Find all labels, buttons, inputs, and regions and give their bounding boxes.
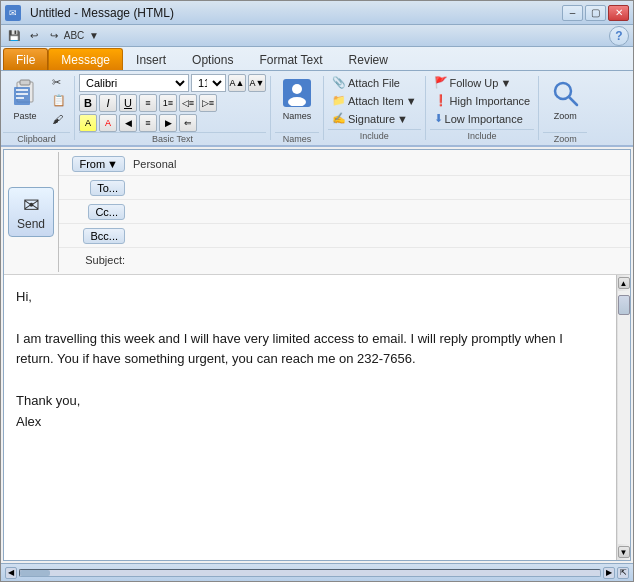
svg-rect-4 [16,93,28,95]
cc-input[interactable] [129,202,630,222]
increase-font-btn[interactable]: A▲ [228,74,246,92]
send-button[interactable]: ✉ Send [8,187,54,237]
svg-point-7 [292,84,302,94]
email-body-text[interactable]: Hi, I am travelling this week and I will… [16,287,604,433]
tab-file[interactable]: File [3,48,48,70]
scrollbar[interactable]: ▲ ▼ [616,275,630,560]
tab-review[interactable]: Review [336,48,401,70]
follow-up-dropdown-icon: ▼ [500,77,511,89]
minimize-button[interactable]: – [562,5,583,21]
paste-button[interactable]: Paste [3,74,47,132]
include-content: 📎 Attach File 📁 Attach Item ▼ ✍ Signatur… [328,74,421,129]
attach-item-button[interactable]: 📁 Attach Item ▼ [328,92,421,109]
font-size-select[interactable]: 11 [191,74,226,92]
svg-line-10 [569,97,577,105]
from-label: From [79,158,105,170]
ribbon-content: Paste ✂ 📋 🖌 Clipboard [1,71,633,147]
scroll-right-btn[interactable]: ▶ [603,567,615,579]
svg-rect-3 [16,89,28,91]
low-importance-button[interactable]: ⬇ Low Importance [430,110,535,127]
bcc-button[interactable]: Bcc... [83,228,125,244]
h-scroll-thumb[interactable] [20,570,50,576]
highlight-button[interactable]: A [79,114,97,132]
save-quick-btn[interactable]: 💾 [5,27,23,45]
rtl-button[interactable]: ⇐ [179,114,197,132]
to-label-area: To... [59,180,129,196]
zoom-group-label: Zoom [543,132,587,145]
signature-button[interactable]: ✍ Signature ▼ [328,110,421,127]
close-button[interactable]: ✕ [608,5,629,21]
decrease-indent-button[interactable]: ◁≡ [179,94,197,112]
high-importance-icon: ❗ [434,94,448,107]
from-button[interactable]: From ▼ [72,156,125,172]
attach-item-label: Attach Item [348,95,404,107]
follow-up-icon: 🚩 [434,76,448,89]
send-button-area: ✉ Send [4,152,59,272]
cc-button[interactable]: Cc... [88,204,125,220]
scroll-thumb[interactable] [618,295,630,315]
font-selector-row: Calibri 11 A▲ A▼ [79,74,266,92]
horizontal-scrollbar[interactable] [19,569,601,577]
bcc-input[interactable] [129,226,630,246]
attach-file-button[interactable]: 📎 Attach File [328,74,421,91]
header-fields: From ▼ Personal To... [59,152,630,272]
zoom-icon [549,77,581,109]
tab-insert[interactable]: Insert [123,48,179,70]
basic-text-group: Calibri 11 A▲ A▼ B I U ≡ 1≡ ◁ [79,74,266,142]
maximize-button[interactable]: ▢ [585,5,606,21]
scroll-track [618,291,630,544]
underline-button[interactable]: U [119,94,137,112]
resize-btn[interactable]: ⇱ [617,567,629,579]
help-button[interactable]: ? [609,26,629,46]
font-family-select[interactable]: Calibri [79,74,189,92]
cut-button[interactable]: ✂ [48,74,70,91]
scroll-up-btn[interactable]: ▲ [618,277,630,289]
subject-input[interactable] [129,250,630,270]
signature-icon: ✍ [332,112,346,125]
undo-quick-btn[interactable]: ↩ [25,27,43,45]
to-button[interactable]: To... [90,180,125,196]
low-importance-label: Low Importance [445,113,523,125]
zoom-button[interactable]: Zoom [543,74,587,132]
names-group: Names Names [275,74,319,142]
tab-options[interactable]: Options [179,48,246,70]
attach-item-icon: 📁 [332,94,346,107]
scroll-down-btn[interactable]: ▼ [618,546,630,558]
align-right-button[interactable]: ▶ [159,114,177,132]
tab-format-text[interactable]: Format Text [246,48,335,70]
bullets-button[interactable]: ≡ [139,94,157,112]
format-painter-button[interactable]: 🖌 [48,110,70,127]
clipboard-small-btns: ✂ 📋 🖌 [48,74,70,132]
cc-row: Cc... [59,200,630,224]
numbering-button[interactable]: 1≡ [159,94,177,112]
names-button[interactable]: Names [275,74,319,132]
more-quick-btn[interactable]: ▼ [85,27,103,45]
quick-access-toolbar: 💾 ↩ ↪ ABC ▼ ? [1,25,633,47]
font-color-button[interactable]: A [99,114,117,132]
email-body[interactable]: Hi, I am travelling this week and I will… [4,275,616,560]
to-input[interactable] [129,178,630,198]
bcc-label: Bcc... [90,230,118,242]
follow-up-button[interactable]: 🚩 Follow Up ▼ [430,74,535,91]
bold-button[interactable]: B [79,94,97,112]
from-value: Personal [129,158,176,170]
align-left-button[interactable]: ◀ [119,114,137,132]
increase-indent-button[interactable]: ▷≡ [199,94,217,112]
copy-button[interactable]: 📋 [48,92,70,109]
to-row: To... [59,176,630,200]
italic-button[interactable]: I [99,94,117,112]
spelling-quick-btn[interactable]: ABC [65,27,83,45]
format-buttons-row: B I U ≡ 1≡ ◁≡ ▷≡ [79,94,266,112]
subject-row: Subject: [59,248,630,272]
align-center-button[interactable]: ≡ [139,114,157,132]
signature-dropdown-icon: ▼ [397,113,408,125]
compose-area: ✉ Send From ▼ Personal [3,149,631,561]
scroll-left-btn[interactable]: ◀ [5,567,17,579]
main-window: ✉ Untitled - Message (HTML) – ▢ ✕ 💾 ↩ ↪ … [0,0,634,582]
tab-message[interactable]: Message [48,48,123,70]
zoom-label: Zoom [554,111,577,122]
title-bar: ✉ Untitled - Message (HTML) – ▢ ✕ [1,1,633,25]
high-importance-button[interactable]: ❗ High Importance [430,92,535,109]
decrease-font-btn[interactable]: A▼ [248,74,266,92]
redo-quick-btn[interactable]: ↪ [45,27,63,45]
